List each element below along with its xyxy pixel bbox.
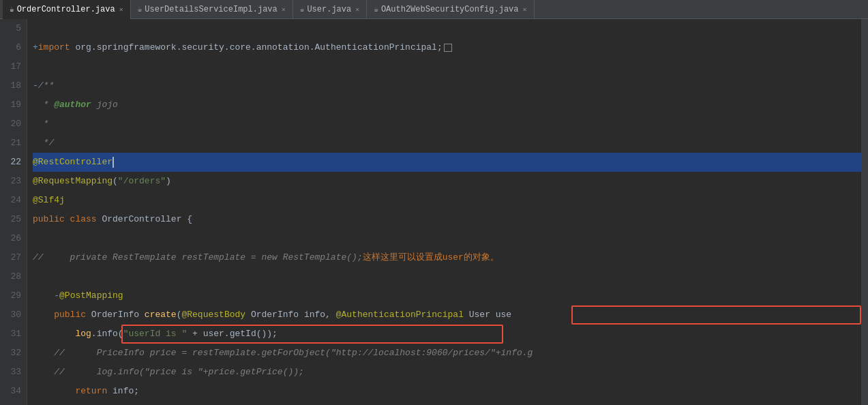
ln-20: 20	[3, 115, 21, 134]
tab-icon-java: ☕	[10, 5, 14, 14]
ln-22: 22	[3, 153, 21, 172]
tab-label: User.java	[307, 5, 351, 14]
code-content[interactable]: +import org.springframework.security.cor…	[27, 19, 861, 405]
tab-icon-java4: ☕	[374, 5, 378, 14]
tab-label: OrderController.java	[17, 5, 115, 14]
ln-6: 6	[3, 38, 21, 57]
code-line-30: public OrderInfo create(@RequestBody Ord…	[33, 305, 861, 325]
close-icon3[interactable]: ✕	[355, 5, 359, 14]
code-line-32: // PriceInfo price = restTemplate.getFor…	[33, 344, 861, 363]
close-icon[interactable]: ✕	[119, 5, 123, 14]
close-icon4[interactable]: ✕	[523, 5, 527, 14]
ln-28: 28	[3, 267, 21, 286]
ln-17: 17	[3, 57, 21, 76]
ln-24: 24	[3, 191, 21, 210]
tab-label: OAuth2WebSecurityConfig.java	[381, 5, 519, 14]
code-line-31: log.info("userId is " + user.getId());	[33, 325, 861, 344]
ln-21: 21	[3, 134, 21, 153]
ln-25: 25	[3, 210, 21, 229]
code-line-34: return info;	[33, 382, 861, 401]
ln-19: 19	[3, 95, 21, 115]
ln-23: 23	[3, 172, 21, 191]
scrollbar[interactable]	[861, 19, 868, 405]
code-line-6: +import org.springframework.security.cor…	[33, 38, 861, 57]
ln-33: 33	[3, 363, 21, 382]
code-line-26	[33, 229, 861, 248]
tab-user[interactable]: ☕ User.java ✕	[293, 0, 367, 19]
code-line-35: }	[33, 401, 861, 405]
tab-icon-java2: ☕	[138, 5, 143, 14]
ln-32: 32	[3, 344, 21, 363]
code-line-22: @RestController	[33, 153, 861, 172]
editor-area: 5 6 17 18 19 20 21 22 23 24 25 26 27 28 …	[0, 19, 868, 405]
code-line-23: @RequestMapping("/orders")	[33, 172, 861, 191]
ln-27: 27	[3, 248, 21, 267]
ln-5: 5	[3, 19, 21, 38]
code-line-18: -/**	[33, 76, 861, 95]
code-line-29: -@PostMapping	[33, 286, 861, 305]
code-line-21: */	[33, 134, 861, 153]
code-line-25: public class OrderController {	[33, 210, 861, 229]
ln-31: 31	[3, 325, 21, 344]
ln-30: 30	[3, 305, 21, 325]
code-line-5	[33, 19, 861, 38]
code-line-24: @Slf4j	[33, 191, 861, 210]
code-line-33: // log.info("price is "+price.getPrice()…	[33, 363, 861, 382]
tab-icon-java3: ☕	[300, 5, 305, 14]
line-numbers: 5 6 17 18 19 20 21 22 23 24 25 26 27 28 …	[0, 19, 27, 405]
tab-userdetailsservice[interactable]: ☕ UserDetailsServiceImpl.java ✕	[131, 0, 293, 19]
code-line-17	[33, 57, 861, 76]
ln-35: 35	[3, 401, 21, 405]
ln-18: 18	[3, 76, 21, 95]
close-icon2[interactable]: ✕	[282, 5, 286, 14]
tab-label: UserDetailsServiceImpl.java	[145, 5, 277, 14]
ln-29: 29	[3, 286, 21, 305]
tab-bar: ☕ OrderController.java ✕ ☕ UserDetailsSe…	[0, 0, 868, 19]
red-box-container: public OrderInfo create(@RequestBody Ord…	[33, 305, 861, 344]
code-line-27: // private RestTemplate restTemplate = n…	[33, 248, 861, 267]
tab-ordercontroller[interactable]: ☕ OrderController.java ✕	[3, 0, 131, 19]
ln-34: 34	[3, 382, 21, 401]
tab-oauth2[interactable]: ☕ OAuth2WebSecurityConfig.java ✕	[367, 0, 534, 19]
code-line-28	[33, 267, 861, 286]
code-line-20: *	[33, 115, 861, 134]
code-line-19: * @author jojo	[33, 95, 861, 115]
ln-26: 26	[3, 229, 21, 248]
